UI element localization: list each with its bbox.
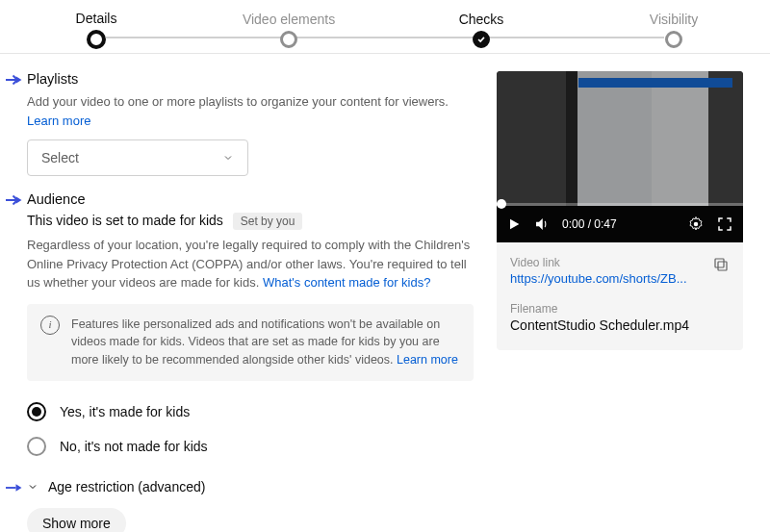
pointer-arrow-icon (6, 193, 23, 207)
audience-subtitle: This video is set to made for kids (27, 213, 223, 228)
age-restriction-expander[interactable]: Age restriction (advanced) (27, 479, 474, 494)
playlists-section: Playlists Add your video to one or more … (27, 71, 474, 176)
audience-title: Audience (27, 191, 474, 207)
settings-icon[interactable] (687, 215, 705, 233)
pointer-arrow-icon (6, 481, 23, 494)
content-for-kids-link[interactable]: What's content made for kids? (263, 275, 430, 290)
radio-unselected-icon (27, 437, 46, 456)
radio-label: Yes, it's made for kids (60, 404, 190, 419)
step-checks[interactable]: Checks (385, 0, 578, 53)
playlists-select[interactable]: Select (27, 139, 248, 176)
svg-point-4 (694, 222, 699, 227)
copy-icon[interactable] (712, 256, 730, 273)
upload-stepper: Details Video elements Checks Visibility (0, 0, 770, 54)
audience-section: Audience This video is set to made for k… (27, 191, 474, 464)
playlists-learn-more-link[interactable]: Learn more (27, 114, 90, 128)
svg-marker-2 (16, 484, 22, 492)
svg-marker-3 (510, 219, 519, 230)
set-by-badge: Set by you (233, 213, 303, 230)
svg-rect-6 (715, 259, 724, 267)
select-placeholder: Select (41, 150, 79, 165)
video-preview-panel: 0:00 / 0:47 Video link https://youtube.c… (497, 71, 743, 532)
kids-info-box: i Features like personalized ads and not… (27, 304, 474, 381)
playlists-description: Add your video to one or more playlists … (27, 92, 474, 130)
step-circle-current (87, 30, 106, 49)
step-visibility[interactable]: Visibility (578, 0, 770, 53)
play-icon[interactable] (506, 216, 522, 232)
svg-marker-1 (16, 196, 22, 204)
video-link-label: Video link (510, 256, 687, 269)
video-player[interactable]: 0:00 / 0:47 (497, 71, 743, 242)
step-label: Checks (459, 12, 504, 27)
playlists-title: Playlists (27, 71, 474, 87)
info-icon: i (40, 316, 60, 335)
age-restriction-label: Age restriction (advanced) (48, 479, 205, 494)
step-circle (280, 31, 297, 48)
volume-icon[interactable] (533, 215, 551, 233)
show-more-button[interactable]: Show more (27, 508, 126, 532)
radio-selected-icon (27, 402, 46, 421)
svg-marker-0 (16, 76, 22, 84)
infobox-learn-more-link[interactable]: Learn more (397, 353, 458, 367)
audience-body: Regardless of your location, you're lega… (27, 236, 474, 292)
step-label: Video elements (243, 12, 335, 27)
fullscreen-icon[interactable] (716, 215, 733, 233)
chevron-down-icon (222, 152, 234, 164)
video-link[interactable]: https://youtube.com/shorts/ZB... (510, 271, 687, 286)
chevron-down-icon (27, 481, 38, 493)
step-details[interactable]: Details (0, 0, 192, 53)
step-circle (665, 31, 682, 48)
step-video-elements[interactable]: Video elements (192, 0, 385, 53)
filename-value: ContentStudio Scheduler.mp4 (510, 317, 730, 333)
video-time: 0:00 / 0:47 (562, 217, 617, 231)
step-circle-done (473, 31, 490, 48)
pointer-arrow-icon (6, 73, 23, 87)
step-label: Details (76, 11, 117, 26)
radio-made-for-kids-no[interactable]: No, it's not made for kids (27, 429, 474, 464)
step-label: Visibility (650, 12, 698, 27)
radio-label: No, it's not made for kids (60, 439, 208, 454)
filename-label: Filename (510, 302, 730, 316)
radio-made-for-kids-yes[interactable]: Yes, it's made for kids (27, 394, 474, 429)
svg-rect-5 (718, 262, 727, 270)
